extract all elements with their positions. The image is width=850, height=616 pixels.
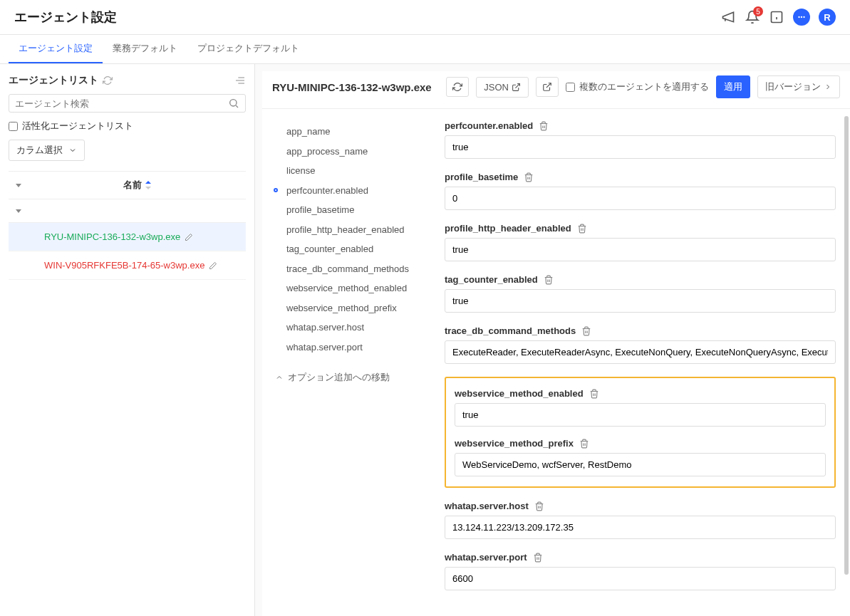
option-nav-label: whatap.server.port	[286, 340, 363, 355]
option-nav-item[interactable]: profile_http_header_enabled	[268, 220, 435, 240]
option-nav-item[interactable]: tag_counter_enabled	[268, 239, 435, 259]
option-nav-label: webservice_method_prefix	[286, 301, 397, 315]
column-select[interactable]: カラム選択	[9, 140, 85, 161]
tabs: エージェント設定 業務デフォルト プロジェクトデフォルト	[0, 35, 850, 64]
svg-line-8	[236, 105, 238, 108]
external-link-button[interactable]	[536, 77, 559, 97]
active-marker-icon	[274, 188, 278, 192]
field-group: profile_http_header_enabled	[445, 223, 836, 261]
json-button[interactable]: JSON	[476, 77, 529, 98]
field-input[interactable]	[445, 238, 836, 261]
field-label: webservice_method_enabled	[455, 388, 584, 399]
option-nav-label: app_process_name	[286, 145, 368, 159]
multi-apply[interactable]: 複数のエージェントを適用する	[566, 80, 709, 93]
field-input[interactable]	[445, 340, 836, 364]
option-nav-label: profile_http_header_enabled	[286, 223, 405, 237]
edit-icon[interactable]	[209, 261, 217, 270]
active-agent-label: 活性化エージェントリスト	[22, 120, 133, 132]
field-input[interactable]	[445, 135, 836, 159]
option-nav-item[interactable]: webservice_method_prefix	[268, 298, 435, 318]
trash-icon[interactable]	[539, 121, 549, 131]
sidebar-menu-icon[interactable]	[234, 75, 246, 86]
option-nav-item[interactable]: perfcounter.enabled	[268, 181, 435, 201]
option-add-jump[interactable]: オプション追加への移動	[268, 364, 435, 387]
field-group: webservice_method_enabled	[455, 388, 826, 427]
group-toggle[interactable]	[9, 199, 246, 223]
refresh-icon[interactable]	[103, 75, 113, 85]
svg-marker-9	[16, 184, 21, 187]
edit-icon[interactable]	[185, 233, 193, 241]
option-nav-label: perfcounter.enabled	[286, 184, 368, 198]
bell-icon[interactable]: 5	[745, 9, 760, 25]
agent-row[interactable]: RYU-MINIPC-136-132-w3wp.exe	[9, 223, 246, 251]
trash-icon[interactable]	[581, 326, 591, 336]
chat-icon[interactable]	[793, 9, 810, 26]
tab-business-default[interactable]: 業務デフォルト	[103, 35, 187, 63]
field-label: perfcounter.enabled	[445, 120, 533, 131]
tab-project-default[interactable]: プロジェクトデフォルト	[187, 35, 309, 63]
field-group: profile_basetime	[445, 172, 836, 210]
column-header-name[interactable]: 名前	[34, 179, 240, 192]
field-group: trace_db_command_methods	[445, 325, 836, 364]
active-agent-checkbox[interactable]	[9, 122, 18, 131]
trash-icon[interactable]	[534, 501, 544, 511]
option-nav-item[interactable]: whatap.server.port	[268, 338, 435, 357]
sidebar-title: エージェントリスト	[9, 74, 113, 87]
search-input[interactable]	[15, 98, 228, 109]
trash-icon[interactable]	[544, 275, 554, 285]
agent-name: RYU-MINIPC-136-132-w3wp.exe	[44, 231, 180, 242]
option-nav-item[interactable]: app_name	[268, 122, 435, 142]
option-nav-item[interactable]: app_process_name	[268, 142, 435, 162]
apply-button[interactable]: 適用	[716, 75, 750, 98]
agent-name: WIN-V905RFKFE5B-174-65-w3wp.exe	[44, 260, 204, 271]
field-input[interactable]	[455, 403, 826, 427]
field-input[interactable]	[445, 289, 836, 313]
trash-icon[interactable]	[524, 172, 534, 182]
trash-icon[interactable]	[577, 224, 587, 234]
option-nav-label: whatap.server.host	[286, 320, 364, 335]
option-nav-label: license	[286, 164, 315, 178]
option-nav-item[interactable]: license	[268, 161, 435, 181]
field-group: perfcounter.enabled	[445, 120, 836, 159]
sort-icon	[145, 181, 152, 189]
field-group: webservice_method_prefix	[455, 438, 826, 476]
info-box-icon[interactable]	[769, 9, 784, 25]
trash-icon[interactable]	[533, 553, 543, 563]
announce-icon[interactable]	[720, 9, 736, 25]
field-label: whatap.server.port	[445, 552, 527, 563]
trash-icon[interactable]	[579, 439, 589, 449]
avatar[interactable]: R	[819, 9, 836, 26]
field-group: tag_counter_enabled	[445, 274, 836, 313]
selected-agent-title: RYU-MINIPC-136-132-w3wp.exe	[272, 81, 439, 93]
svg-point-7	[230, 100, 237, 106]
field-input[interactable]	[445, 567, 836, 590]
field-group: whatap.server.host	[445, 501, 836, 539]
field-input[interactable]	[445, 516, 836, 539]
scrollbar[interactable]	[844, 116, 849, 575]
option-nav-item[interactable]: webservice_method_enabled	[268, 278, 435, 298]
option-nav-label: tag_counter_enabled	[286, 242, 373, 256]
field-label: profile_basetime	[445, 172, 518, 182]
tab-agent-settings[interactable]: エージェント設定	[9, 35, 103, 63]
agent-row[interactable]: WIN-V905RFKFE5B-174-65-w3wp.exe	[9, 251, 246, 280]
field-label: whatap.server.host	[445, 501, 529, 511]
trash-icon[interactable]	[589, 389, 599, 399]
field-input[interactable]	[455, 453, 826, 476]
field-input[interactable]	[445, 187, 836, 210]
multi-apply-checkbox[interactable]	[566, 83, 575, 92]
svg-line-13	[546, 83, 551, 88]
search-icon[interactable]	[228, 98, 239, 109]
expand-all-icon[interactable]	[14, 181, 34, 189]
field-group: whatap.server.port	[445, 552, 836, 590]
svg-marker-11	[145, 187, 151, 189]
page-title: エージェント設定	[14, 9, 117, 26]
option-nav-item[interactable]: trace_db_command_methods	[268, 259, 435, 279]
field-label: trace_db_command_methods	[445, 325, 576, 336]
option-nav-label: profile_basetime	[286, 203, 354, 217]
option-nav-item[interactable]: profile_basetime	[268, 200, 435, 220]
old-version-button[interactable]: 旧バージョン	[757, 75, 840, 98]
field-label: profile_http_header_enabled	[445, 223, 571, 234]
notification-badge: 5	[753, 6, 763, 16]
refresh-button[interactable]	[446, 77, 469, 97]
option-nav-item[interactable]: whatap.server.host	[268, 318, 435, 338]
